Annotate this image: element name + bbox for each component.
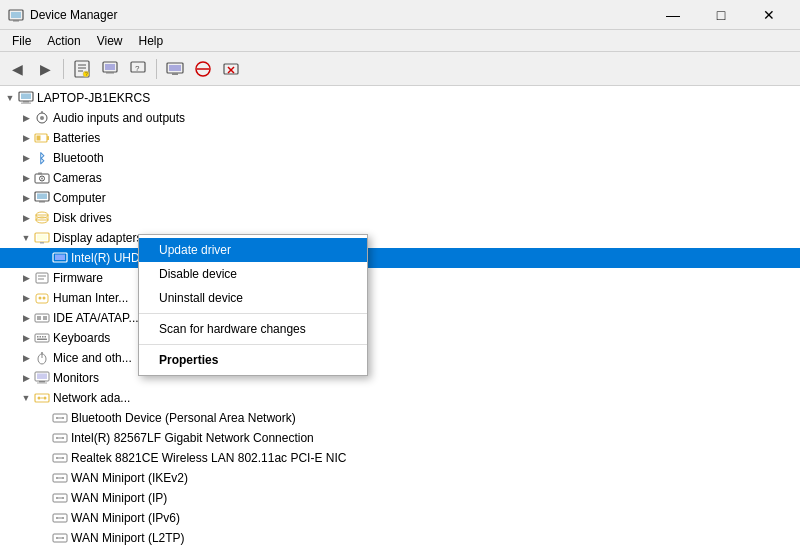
device-tree[interactable]: ▼ LAPTOP-JB1EKRCS ▶ Audio xyxy=(0,86,800,552)
svg-rect-59 xyxy=(40,336,42,338)
networkada-label: Network ada... xyxy=(53,391,130,405)
uninstall-button[interactable] xyxy=(218,56,244,82)
svg-rect-38 xyxy=(37,194,47,200)
monitors-toggle[interactable]: ▶ xyxy=(18,368,34,388)
networkada-toggle[interactable]: ▼ xyxy=(18,388,34,408)
cameras-toggle[interactable]: ▶ xyxy=(18,168,34,188)
ide-toggle[interactable]: ▶ xyxy=(18,308,34,328)
tree-item-diskdrives[interactable]: ▶ Disk drives xyxy=(0,208,800,228)
svg-rect-60 xyxy=(42,336,44,338)
svg-rect-58 xyxy=(37,336,39,338)
ctx-scan-hardware[interactable]: Scan for hardware changes xyxy=(139,317,367,341)
firmware-toggle[interactable]: ▶ xyxy=(18,268,34,288)
tree-item-firmware[interactable]: ▶ Firmware xyxy=(0,268,800,288)
mice-icon xyxy=(34,350,50,366)
menu-view[interactable]: View xyxy=(89,32,131,50)
back-button[interactable]: ◀ xyxy=(4,56,30,82)
menu-help[interactable]: Help xyxy=(131,32,172,50)
svg-rect-10 xyxy=(105,64,115,70)
tree-item-displayadapters[interactable]: ▼ Display adapters xyxy=(0,228,800,248)
hid-toggle[interactable]: ▶ xyxy=(18,288,34,308)
tree-item-audio[interactable]: ▶ Audio inputs and outputs xyxy=(0,108,800,128)
svg-rect-2 xyxy=(13,20,19,22)
svg-point-76 xyxy=(62,417,64,419)
batteries-toggle[interactable]: ▶ xyxy=(18,128,34,148)
help-button[interactable]: ? xyxy=(125,56,151,82)
svg-point-52 xyxy=(39,297,42,300)
svg-rect-51 xyxy=(36,294,48,303)
realtek8821-label: Realtek 8821CE Wireless LAN 802.11ac PCI… xyxy=(71,451,346,465)
tree-item-ide[interactable]: ▶ IDE ATA/ATAP... xyxy=(0,308,800,328)
tree-item-batteries[interactable]: ▶ Batteries xyxy=(0,128,800,148)
mice-toggle[interactable]: ▶ xyxy=(18,348,34,368)
bluetooth-toggle[interactable]: ▶ xyxy=(18,148,34,168)
ctx-uninstall-device[interactable]: Uninstall device xyxy=(139,286,367,310)
tree-item-hid[interactable]: ▶ Human Inter... xyxy=(0,288,800,308)
minimize-button[interactable]: — xyxy=(650,0,696,30)
wan-ikev2-icon xyxy=(52,470,68,486)
root-toggle[interactable]: ▼ xyxy=(2,88,18,108)
svg-rect-68 xyxy=(39,381,45,383)
keyboards-toggle[interactable]: ▶ xyxy=(18,328,34,348)
tree-item-wan-ipv6[interactable]: ▶ WAN Miniport (IPv6) xyxy=(0,508,800,528)
displayadapters-toggle[interactable]: ▼ xyxy=(18,228,34,248)
tree-item-cameras[interactable]: ▶ Cameras xyxy=(0,168,800,188)
tree-item-wan-ikev2[interactable]: ▶ WAN Miniport (IKEv2) xyxy=(0,468,800,488)
computer-toggle[interactable]: ▶ xyxy=(18,188,34,208)
realtek8821-icon xyxy=(52,450,68,466)
intel82567-icon xyxy=(52,430,68,446)
svg-rect-62 xyxy=(37,339,47,341)
tree-item-bluetooth[interactable]: ▶ ᛒ Bluetooth xyxy=(0,148,800,168)
svg-rect-47 xyxy=(55,255,65,261)
properties-button[interactable]: ? xyxy=(69,56,95,82)
scan-button[interactable] xyxy=(162,56,188,82)
root-label: LAPTOP-JB1EKRCS xyxy=(37,91,150,105)
svg-rect-30 xyxy=(47,136,49,140)
tree-item-intel82567[interactable]: ▶ Intel(R) 82567LF Gigabit Network Conne… xyxy=(0,428,800,448)
context-menu: Update driver Disable device Uninstall d… xyxy=(138,234,368,376)
diskdrives-icon xyxy=(34,210,50,226)
tree-item-mice[interactable]: ▶ Mice and oth... xyxy=(0,348,800,368)
ctx-separator-2 xyxy=(139,344,367,345)
menu-file[interactable]: File xyxy=(4,32,39,50)
close-button[interactable]: ✕ xyxy=(746,0,792,30)
forward-button[interactable]: ▶ xyxy=(32,56,58,82)
svg-rect-16 xyxy=(172,73,178,75)
ctx-separator-1 xyxy=(139,313,367,314)
firmware-label: Firmware xyxy=(53,271,103,285)
tree-item-wan-l2tp[interactable]: ▶ WAN Miniport (L2TP) xyxy=(0,528,800,548)
menu-action[interactable]: Action xyxy=(39,32,88,50)
svg-point-92 xyxy=(62,497,64,499)
diskdrives-toggle[interactable]: ▶ xyxy=(18,208,34,228)
tree-item-inteluhd[interactable]: ▶ Intel(R) UHD Graphics 620 xyxy=(0,248,800,268)
batteries-label: Batteries xyxy=(53,131,100,145)
wan-l2tp-icon xyxy=(52,530,68,546)
tree-item-keyboards[interactable]: ▶ Keyboards xyxy=(0,328,800,348)
update-driver-button[interactable] xyxy=(97,56,123,82)
svg-rect-55 xyxy=(37,316,41,320)
tree-item-monitors[interactable]: ▶ Monitors xyxy=(0,368,800,388)
svg-text:?: ? xyxy=(85,71,88,77)
displayadapters-icon xyxy=(34,230,50,246)
tree-item-realtek8821[interactable]: ▶ Realtek 8821CE Wireless LAN 802.11ac P… xyxy=(0,448,800,468)
firmware-icon xyxy=(34,270,50,286)
disable-button[interactable] xyxy=(190,56,216,82)
ctx-properties[interactable]: Properties xyxy=(139,348,367,372)
svg-point-35 xyxy=(41,178,43,180)
svg-point-53 xyxy=(43,297,46,300)
keyboards-label: Keyboards xyxy=(53,331,110,345)
ide-icon xyxy=(34,310,50,326)
tree-item-wan-ip[interactable]: ▶ WAN Miniport (IP) xyxy=(0,488,800,508)
svg-rect-11 xyxy=(106,72,114,74)
app-icon xyxy=(8,7,24,23)
tree-item-wan-netmon[interactable]: ▶ WAN Miniport (Network Monitor) xyxy=(0,548,800,552)
main-area: ▼ LAPTOP-JB1EKRCS ▶ Audio xyxy=(0,86,800,552)
ctx-update-driver[interactable]: Update driver xyxy=(139,238,367,262)
audio-toggle[interactable]: ▶ xyxy=(18,108,34,128)
ctx-disable-device[interactable]: Disable device xyxy=(139,262,367,286)
tree-root[interactable]: ▼ LAPTOP-JB1EKRCS xyxy=(0,88,800,108)
tree-item-btdevice[interactable]: ▶ Bluetooth Device (Personal Area Networ… xyxy=(0,408,800,428)
maximize-button[interactable]: □ xyxy=(698,0,744,30)
tree-item-networkada[interactable]: ▼ Network ada... xyxy=(0,388,800,408)
tree-item-computer[interactable]: ▶ Computer xyxy=(0,188,800,208)
